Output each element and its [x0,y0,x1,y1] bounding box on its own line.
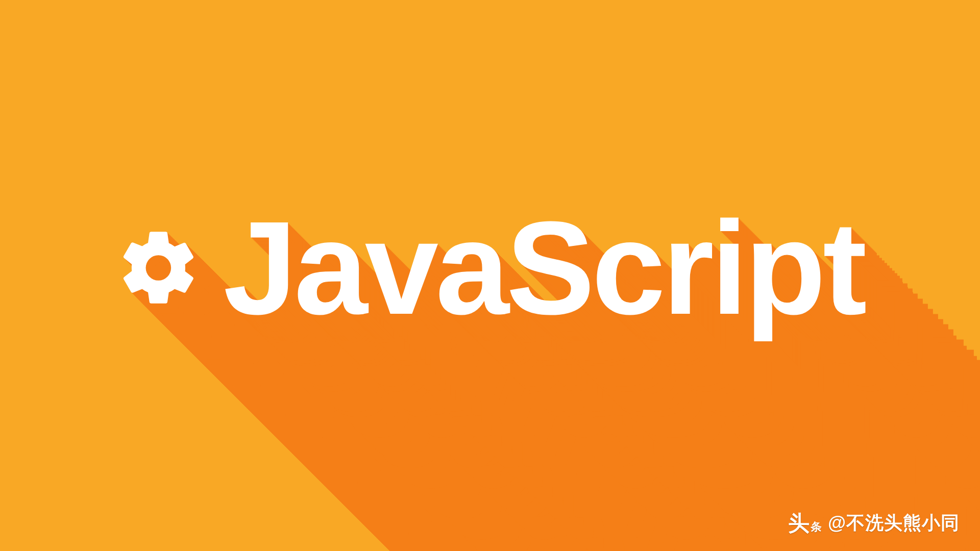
watermark-text: @不洗头熊小同 [828,511,960,536]
watermark-badge-main: 头 [788,513,810,534]
logo-title: JavaScript [223,202,864,334]
gear-icon [116,224,203,311]
watermark-badge: 头 条 [788,513,822,534]
logo-title-wrap: JavaScript [223,202,864,334]
watermark: 头 条 @不洗头熊小同 [788,511,960,536]
logo-group: JavaScript [116,202,864,334]
gear-icon-svg [116,224,203,311]
watermark-badge-sub: 条 [811,521,822,533]
hero-banner: JavaScript 头 条 @不洗头熊小同 [0,0,980,551]
